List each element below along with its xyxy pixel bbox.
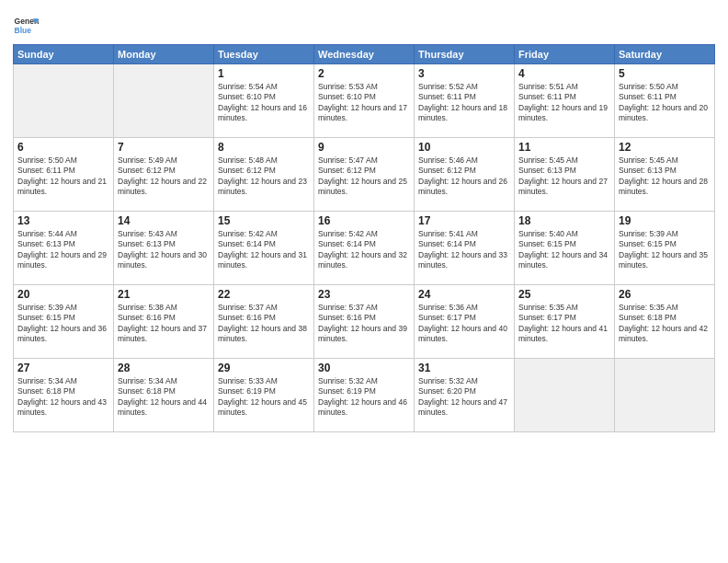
- day-number: 13: [17, 214, 109, 227]
- day-number: 22: [218, 288, 310, 301]
- header-row: SundayMondayTuesdayWednesdayThursdayFrid…: [14, 45, 715, 64]
- calendar-cell: 17Sunrise: 5:41 AMSunset: 6:14 PMDayligh…: [415, 212, 515, 285]
- day-info: Sunrise: 5:36 AMSunset: 6:17 PMDaylight:…: [418, 303, 510, 345]
- day-number: 25: [518, 288, 610, 301]
- header-day: Tuesday: [214, 45, 314, 64]
- calendar-cell: 18Sunrise: 5:40 AMSunset: 6:15 PMDayligh…: [515, 212, 615, 285]
- calendar-cell: [14, 64, 114, 138]
- logo: General Blue: [13, 13, 39, 39]
- calendar-cell: 23Sunrise: 5:37 AMSunset: 6:16 PMDayligh…: [314, 285, 415, 359]
- day-number: 17: [418, 214, 510, 227]
- calendar-cell: 30Sunrise: 5:32 AMSunset: 6:19 PMDayligh…: [314, 359, 415, 432]
- day-number: 2: [318, 67, 410, 80]
- day-number: 7: [118, 141, 210, 154]
- logo-icon: General Blue: [13, 13, 39, 39]
- calendar-cell: 14Sunrise: 5:43 AMSunset: 6:13 PMDayligh…: [114, 212, 214, 285]
- header-day: Monday: [114, 45, 214, 64]
- calendar-cell: 22Sunrise: 5:37 AMSunset: 6:16 PMDayligh…: [214, 285, 314, 359]
- day-info: Sunrise: 5:32 AMSunset: 6:19 PMDaylight:…: [318, 376, 410, 419]
- day-info: Sunrise: 5:51 AMSunset: 6:11 PMDaylight:…: [518, 82, 610, 124]
- header-day: Saturday: [615, 45, 715, 64]
- calendar-cell: 13Sunrise: 5:44 AMSunset: 6:13 PMDayligh…: [14, 212, 114, 285]
- calendar-cell: 7Sunrise: 5:49 AMSunset: 6:12 PMDaylight…: [114, 138, 214, 212]
- calendar-table: SundayMondayTuesdayWednesdayThursdayFrid…: [13, 44, 715, 432]
- day-number: 29: [218, 362, 310, 374]
- calendar-cell: 31Sunrise: 5:32 AMSunset: 6:20 PMDayligh…: [415, 359, 515, 432]
- calendar-cell: 24Sunrise: 5:36 AMSunset: 6:17 PMDayligh…: [415, 285, 515, 359]
- day-number: 27: [17, 362, 109, 374]
- header-day: Thursday: [415, 45, 515, 64]
- day-info: Sunrise: 5:47 AMSunset: 6:12 PMDaylight:…: [318, 155, 410, 198]
- day-info: Sunrise: 5:45 AMSunset: 6:13 PMDaylight:…: [518, 155, 610, 198]
- day-number: 26: [619, 288, 711, 301]
- day-info: Sunrise: 5:53 AMSunset: 6:10 PMDaylight:…: [318, 82, 410, 124]
- day-info: Sunrise: 5:37 AMSunset: 6:16 PMDaylight:…: [218, 303, 310, 345]
- day-number: 16: [318, 214, 410, 227]
- day-number: 10: [418, 141, 510, 154]
- day-number: 3: [418, 67, 510, 80]
- day-number: 1: [218, 67, 310, 80]
- day-info: Sunrise: 5:38 AMSunset: 6:16 PMDaylight:…: [118, 303, 210, 345]
- calendar-cell: 8Sunrise: 5:48 AMSunset: 6:12 PMDaylight…: [214, 138, 314, 212]
- calendar-week-row: 27Sunrise: 5:34 AMSunset: 6:18 PMDayligh…: [14, 359, 715, 432]
- day-info: Sunrise: 5:35 AMSunset: 6:17 PMDaylight:…: [518, 303, 610, 345]
- day-info: Sunrise: 5:50 AMSunset: 6:11 PMDaylight:…: [17, 155, 109, 198]
- calendar-cell: 6Sunrise: 5:50 AMSunset: 6:11 PMDaylight…: [14, 138, 114, 212]
- day-number: 12: [619, 141, 711, 154]
- day-info: Sunrise: 5:34 AMSunset: 6:18 PMDaylight:…: [118, 376, 210, 419]
- day-info: Sunrise: 5:54 AMSunset: 6:10 PMDaylight:…: [218, 82, 310, 124]
- header-day: Friday: [515, 45, 615, 64]
- calendar-cell: 1Sunrise: 5:54 AMSunset: 6:10 PMDaylight…: [214, 64, 314, 138]
- day-number: 8: [218, 141, 310, 154]
- calendar-cell: [515, 359, 615, 432]
- day-info: Sunrise: 5:48 AMSunset: 6:12 PMDaylight:…: [218, 155, 310, 198]
- day-info: Sunrise: 5:35 AMSunset: 6:18 PMDaylight:…: [619, 303, 711, 345]
- calendar-week-row: 6Sunrise: 5:50 AMSunset: 6:11 PMDaylight…: [14, 138, 715, 212]
- day-number: 28: [118, 362, 210, 374]
- calendar-cell: 28Sunrise: 5:34 AMSunset: 6:18 PMDayligh…: [114, 359, 214, 432]
- day-info: Sunrise: 5:40 AMSunset: 6:15 PMDaylight:…: [518, 229, 610, 271]
- day-number: 30: [318, 362, 410, 374]
- page: General Blue SundayMondayTuesdayWednesda…: [0, 0, 728, 563]
- day-info: Sunrise: 5:43 AMSunset: 6:13 PMDaylight:…: [118, 229, 210, 271]
- calendar-cell: [114, 64, 214, 138]
- calendar-cell: 25Sunrise: 5:35 AMSunset: 6:17 PMDayligh…: [515, 285, 615, 359]
- day-number: 18: [518, 214, 610, 227]
- calendar-cell: 11Sunrise: 5:45 AMSunset: 6:13 PMDayligh…: [515, 138, 615, 212]
- day-number: 24: [418, 288, 510, 301]
- calendar-cell: 12Sunrise: 5:45 AMSunset: 6:13 PMDayligh…: [615, 138, 715, 212]
- day-number: 14: [118, 214, 210, 227]
- header-day: Wednesday: [314, 45, 415, 64]
- calendar-cell: 26Sunrise: 5:35 AMSunset: 6:18 PMDayligh…: [615, 285, 715, 359]
- day-number: 15: [218, 214, 310, 227]
- day-info: Sunrise: 5:41 AMSunset: 6:14 PMDaylight:…: [418, 229, 510, 271]
- day-info: Sunrise: 5:49 AMSunset: 6:12 PMDaylight:…: [118, 155, 210, 198]
- day-number: 20: [17, 288, 109, 301]
- day-number: 31: [418, 362, 510, 374]
- calendar-cell: 21Sunrise: 5:38 AMSunset: 6:16 PMDayligh…: [114, 285, 214, 359]
- day-info: Sunrise: 5:46 AMSunset: 6:12 PMDaylight:…: [418, 155, 510, 198]
- calendar-cell: 27Sunrise: 5:34 AMSunset: 6:18 PMDayligh…: [14, 359, 114, 432]
- day-number: 5: [619, 67, 711, 80]
- day-number: 21: [118, 288, 210, 301]
- calendar-week-row: 1Sunrise: 5:54 AMSunset: 6:10 PMDaylight…: [14, 64, 715, 138]
- day-info: Sunrise: 5:50 AMSunset: 6:11 PMDaylight:…: [619, 82, 711, 124]
- day-info: Sunrise: 5:34 AMSunset: 6:18 PMDaylight:…: [17, 376, 109, 419]
- day-number: 9: [318, 141, 410, 154]
- day-number: 23: [318, 288, 410, 301]
- calendar-cell: 15Sunrise: 5:42 AMSunset: 6:14 PMDayligh…: [214, 212, 314, 285]
- calendar-cell: 4Sunrise: 5:51 AMSunset: 6:11 PMDaylight…: [515, 64, 615, 138]
- calendar-cell: 19Sunrise: 5:39 AMSunset: 6:15 PMDayligh…: [615, 212, 715, 285]
- calendar-cell: [615, 359, 715, 432]
- day-info: Sunrise: 5:44 AMSunset: 6:13 PMDaylight:…: [17, 229, 109, 271]
- header: General Blue: [13, 9, 715, 39]
- calendar-cell: 16Sunrise: 5:42 AMSunset: 6:14 PMDayligh…: [314, 212, 415, 285]
- day-info: Sunrise: 5:32 AMSunset: 6:20 PMDaylight:…: [418, 376, 510, 419]
- calendar-week-row: 13Sunrise: 5:44 AMSunset: 6:13 PMDayligh…: [14, 212, 715, 285]
- day-info: Sunrise: 5:42 AMSunset: 6:14 PMDaylight:…: [318, 229, 410, 271]
- day-info: Sunrise: 5:42 AMSunset: 6:14 PMDaylight:…: [218, 229, 310, 271]
- calendar-cell: 29Sunrise: 5:33 AMSunset: 6:19 PMDayligh…: [214, 359, 314, 432]
- svg-text:Blue: Blue: [15, 26, 32, 35]
- calendar-cell: 3Sunrise: 5:52 AMSunset: 6:11 PMDaylight…: [415, 64, 515, 138]
- calendar-cell: 20Sunrise: 5:39 AMSunset: 6:15 PMDayligh…: [14, 285, 114, 359]
